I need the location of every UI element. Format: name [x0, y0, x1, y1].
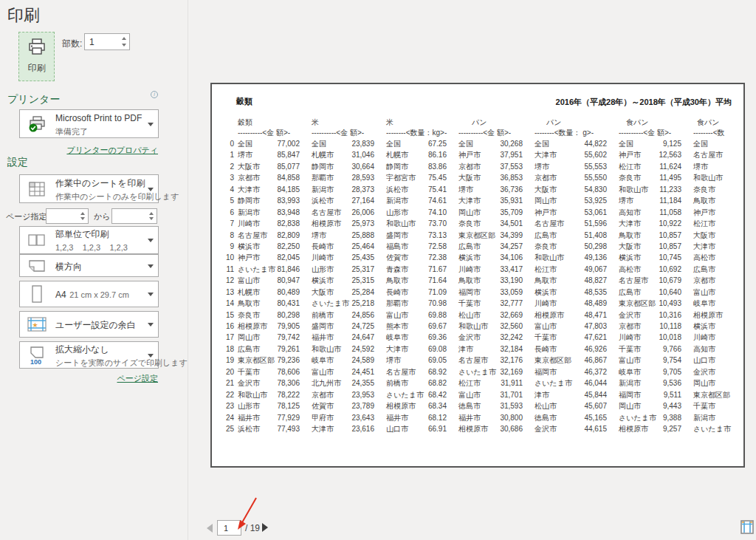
previous-page-button[interactable] — [207, 524, 213, 533]
copies-input[interactable] — [85, 34, 118, 49]
value-cell: 30,800 — [499, 412, 535, 423]
city-cell: 松山市 — [535, 400, 575, 411]
pages-from-input[interactable] — [47, 210, 77, 224]
paper-size-dropdown[interactable]: A4 21 cm x 29.7 cm — [19, 281, 159, 307]
value-cell: 47,621 — [575, 332, 619, 343]
pages-to-stepper[interactable] — [111, 208, 157, 224]
value-cell: 71.67 — [423, 264, 458, 275]
city-cell: 奈良市 — [458, 218, 499, 229]
value-cell: 11,058 — [658, 207, 693, 218]
value-cell: 11,495 — [658, 172, 693, 183]
city-cell: 浜松市 — [386, 184, 423, 195]
copies-spin-arrows[interactable] — [119, 34, 129, 49]
city-cell: 宇都宮市 — [386, 172, 423, 183]
print-what-dropdown[interactable]: 作業中のシートを印刷 作業中のシートのみを印刷します — [19, 174, 159, 203]
city-cell: 横浜市 — [693, 321, 745, 332]
city-cell: 福井市 — [238, 412, 276, 423]
value-cell: 68.42 — [423, 389, 458, 400]
city-cell: 京都市 — [693, 275, 745, 286]
print-settings-panel: 印刷 印刷 部数: プリンター i — [0, 0, 188, 540]
chevron-down-icon — [148, 239, 154, 242]
margins-dropdown[interactable]: ★ ユーザー設定の余白 — [19, 311, 159, 338]
city-cell: 徳島市 — [458, 400, 499, 411]
svg-text:★: ★ — [32, 321, 38, 329]
city-cell: 東京都区部 — [619, 298, 658, 309]
value-cell: 26,006 — [351, 207, 386, 218]
city-cell: 福井市 — [386, 412, 423, 423]
city-cell: 岐阜市 — [693, 298, 745, 309]
row-index: 12 — [218, 275, 234, 286]
table-row: 25浜松市77,493大津市23,616山口市66.91相模原市30,686金沢… — [218, 423, 743, 434]
show-margins-button[interactable] — [740, 520, 754, 534]
city-cell: 広島市 — [238, 344, 276, 355]
city-cell: 横浜市 — [312, 275, 351, 286]
value-cell: 80,489 — [276, 287, 312, 298]
table-row: 20千葉市78,606富山市24,451名古屋市68.92さいたま市32,169… — [218, 366, 743, 377]
value-cell: 34,501 — [499, 218, 535, 229]
city-cell: 堺市 — [238, 149, 276, 160]
value-cell: 55,602 — [575, 149, 619, 160]
paper-size-icon — [20, 281, 54, 307]
printer-properties-link[interactable]: プリンターのプロパティ — [66, 145, 158, 156]
value-cell: 11,184 — [658, 195, 693, 206]
pages-from-stepper[interactable] — [46, 208, 89, 224]
city-cell: 大阪市 — [693, 230, 745, 241]
value-cell: 46,926 — [575, 344, 619, 355]
city-cell: 大津市 — [693, 241, 745, 252]
value-cell: 11,233 — [658, 184, 693, 195]
printer-select[interactable]: Microsoft Print to PDF 準備完了 — [19, 109, 159, 138]
city-cell: 那覇市 — [312, 172, 351, 183]
city-cell: 相模原市 — [312, 218, 351, 229]
value-cell: 82,045 — [276, 252, 312, 263]
city-cell: 相模原市 — [693, 310, 745, 321]
column-subheader: ----------<金 額>- — [458, 128, 535, 138]
city-cell: 鳥取市 — [535, 275, 575, 286]
city-cell: 盛岡市 — [312, 321, 351, 332]
value-cell: 10,857 — [658, 241, 693, 252]
city-cell: 長崎市 — [386, 287, 423, 298]
value-cell: 24,856 — [351, 310, 386, 321]
value-cell: 9,443 — [658, 400, 693, 411]
row-index: 24 — [218, 412, 234, 423]
collation-dropdown[interactable]: 部単位で印刷 1,2,3 1,2,3 1,2,3 — [19, 226, 159, 254]
print-what-subtitle: 作業中のシートのみを印刷します — [55, 192, 179, 201]
orientation-dropdown[interactable]: 横方向 — [19, 254, 159, 277]
city-cell: 山口市 — [693, 355, 745, 366]
value-cell: 69.08 — [423, 344, 458, 355]
city-cell: 全国 — [458, 138, 499, 149]
value-cell: 34,399 — [499, 230, 535, 241]
city-cell: 岐阜市 — [386, 332, 423, 343]
info-icon[interactable]: i — [151, 91, 158, 98]
city-cell: 全国 — [312, 138, 351, 149]
value-cell: 30,268 — [499, 138, 535, 149]
city-cell: 和歌山市 — [312, 344, 351, 355]
value-cell: 33,059 — [499, 287, 535, 298]
print-preview-page: 穀類 2016年（平成28年）～2018年（平成30年）平均 穀類米米パンパン食… — [210, 83, 745, 468]
scaling-icon: 100 — [20, 342, 54, 368]
city-cell: 高松市 — [693, 252, 745, 263]
city-cell: 前橋市 — [312, 310, 351, 321]
table-row: 11さいたま市81,846山形市25,317青森市71.67川崎市33,417松… — [218, 264, 743, 275]
city-cell: 新潟市 — [312, 184, 351, 195]
city-cell: 松山市 — [458, 310, 499, 321]
city-cell: 岡山市 — [693, 377, 745, 389]
city-cell: 高知市 — [619, 207, 658, 218]
printer-icon — [27, 38, 47, 59]
value-cell: 24,589 — [351, 355, 386, 366]
city-cell: 札幌市 — [386, 149, 423, 160]
city-cell: 全国 — [535, 138, 575, 149]
city-cell: 大津市 — [535, 149, 575, 160]
city-cell: 全国 — [386, 138, 423, 149]
pages-to-input[interactable] — [112, 210, 145, 224]
value-cell: 23,839 — [351, 138, 386, 149]
copies-stepper[interactable] — [84, 33, 130, 50]
value-cell: 23,789 — [351, 400, 386, 411]
value-cell: 9,125 — [658, 138, 693, 149]
scaling-dropdown[interactable]: 100 拡大縮小なし シートを実際のサイズで印刷します — [19, 341, 159, 369]
value-cell: 66.91 — [423, 423, 458, 434]
pages-to-label: から — [94, 211, 111, 222]
city-cell: 川崎市 — [312, 252, 351, 263]
print-button[interactable]: 印刷 — [18, 32, 55, 81]
page-setup-link[interactable]: ページ設定 — [117, 373, 158, 384]
city-cell: 相模原市 — [458, 423, 499, 434]
